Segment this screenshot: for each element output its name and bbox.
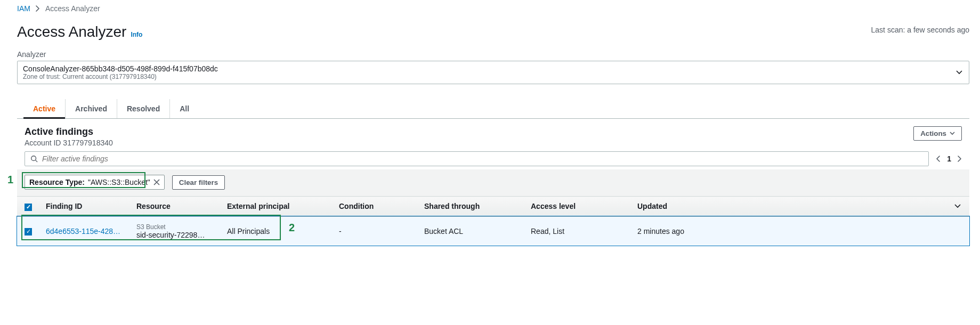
breadcrumb: IAM Access Analyzer [17, 4, 969, 13]
chevron-right-icon [958, 156, 962, 162]
filter-chip-value: "AWS::S3::Bucket" [88, 178, 150, 186]
page-title: Access Analyzer [17, 23, 126, 40]
clear-filters-button[interactable]: Clear filters [172, 175, 225, 190]
last-scan-text: Last scan: a few seconds ago [871, 26, 969, 34]
cell-access-level: Read, List [524, 216, 631, 246]
col-finding-id[interactable]: Finding ID [39, 197, 130, 217]
cell-condition: - [333, 216, 418, 246]
table-row[interactable]: 6d4e6553-115e-428… S3 Bucket sid-securit… [17, 216, 969, 246]
svg-point-0 [31, 156, 36, 161]
col-updated[interactable]: Updated [631, 197, 948, 217]
row-checkbox[interactable] [25, 228, 32, 235]
col-resource[interactable]: Resource [130, 197, 221, 217]
search-icon [30, 155, 38, 162]
actions-button-label: Actions [920, 129, 946, 137]
col-condition[interactable]: Condition [333, 197, 418, 217]
cell-updated: 2 minutes ago [631, 216, 948, 246]
chevron-right-icon [36, 5, 40, 12]
col-external-principal[interactable]: External principal [221, 197, 333, 217]
col-access-level[interactable]: Access level [524, 197, 631, 217]
pager-page-number: 1 [947, 155, 951, 163]
chevron-left-icon [936, 156, 941, 162]
pager-prev[interactable] [936, 156, 941, 162]
filter-input-wrapper[interactable] [25, 151, 929, 166]
filter-chip-resource-type[interactable]: Resource Type: "AWS::S3::Bucket" [25, 175, 165, 190]
analyzer-name: ConsoleAnalyzer-865bb348-d505-498f-899d-… [23, 64, 953, 73]
actions-button[interactable]: Actions [913, 126, 962, 141]
caret-down-icon [950, 132, 955, 135]
breadcrumb-current: Access Analyzer [45, 4, 100, 13]
findings-table: Finding ID Resource External principal C… [17, 196, 969, 246]
col-shared-through[interactable]: Shared through [418, 197, 524, 217]
col-settings[interactable] [948, 197, 969, 217]
resource-type: S3 Bucket [136, 223, 214, 231]
findings-title: Active findings [25, 126, 113, 137]
filter-input[interactable] [42, 155, 923, 163]
info-link[interactable]: Info [131, 31, 142, 38]
finding-id-link[interactable]: 6d4e6553-115e-428… [46, 227, 120, 235]
close-icon [153, 179, 160, 185]
analyzer-zone: Zone of trust: Current account (31779791… [23, 73, 953, 80]
breadcrumb-root-link[interactable]: IAM [17, 4, 30, 13]
caret-down-icon [954, 204, 961, 208]
annotation-1: 1 [7, 174, 13, 186]
pager-next[interactable] [958, 156, 962, 162]
resource-name: sid-security-72298… [136, 231, 214, 239]
cell-external-principal: All Principals [221, 216, 333, 246]
tab-archived[interactable]: Archived [65, 99, 117, 118]
analyzer-label: Analyzer [17, 50, 969, 59]
cell-shared-through: Bucket ACL [418, 216, 524, 246]
tab-all[interactable]: All [169, 99, 199, 118]
tab-active[interactable]: Active [23, 99, 65, 119]
tab-resolved[interactable]: Resolved [117, 99, 169, 118]
findings-account: Account ID 317797918340 [25, 139, 113, 147]
filter-chip-key: Resource Type: [29, 178, 85, 186]
analyzer-select[interactable]: ConsoleAnalyzer-865bb348-d505-498f-899d-… [17, 61, 969, 84]
annotation-2: 2 [289, 222, 295, 234]
filter-chip-remove[interactable] [153, 179, 160, 185]
caret-down-icon [956, 70, 962, 75]
pager: 1 [936, 155, 962, 163]
select-all-checkbox[interactable] [25, 204, 32, 211]
svg-line-1 [36, 160, 38, 162]
tabs: Active Archived Resolved All [17, 99, 969, 119]
